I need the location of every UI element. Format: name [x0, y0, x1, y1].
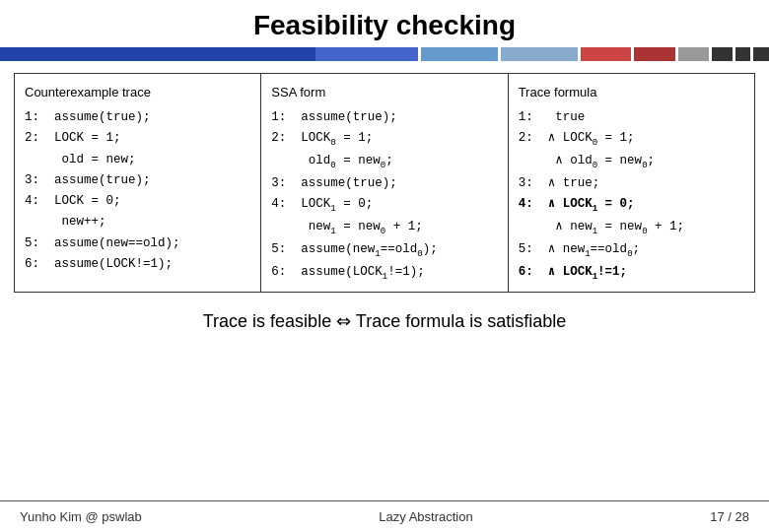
col1-line8: 6: assume(LOCK!=1);: [25, 254, 250, 275]
progress-bar: [0, 47, 769, 61]
pb-segments: [315, 47, 769, 61]
column-ssa: SSA form 1: assume(true); 2: LOCK0 = 1; …: [260, 73, 507, 293]
col3-line2: 2: ∧ LOCK0 = 1;: [519, 128, 744, 151]
col3-line4: 3: ∧ true;: [519, 173, 744, 194]
pb-seg-6: [678, 47, 709, 61]
col2-line7: 5: assume(new1==old0);: [271, 239, 497, 262]
col3-line8: 6: ∧ LOCK1!=1;: [519, 262, 744, 285]
pb-seg-4: [581, 47, 632, 61]
pb-seg-3: [501, 47, 578, 61]
col2-line3: old0 = new0;: [271, 151, 497, 173]
pb-seg-5: [634, 47, 675, 61]
feasibility-text: Trace is feasible ⇔ Trace formula is sat…: [0, 310, 769, 332]
footer-author: Yunho Kim @ pswlab: [20, 509, 142, 524]
col3-line3: ∧ old0 = new0;: [519, 151, 744, 173]
col3-line5: 4: ∧ LOCK1 = 0;: [519, 194, 744, 217]
col1-line2: 2: LOCK = 1;: [25, 128, 250, 149]
footer-page: 17 / 28: [710, 509, 749, 524]
col1-line4: 3: assume(true);: [25, 170, 250, 191]
col2-line8: 6: assume(LOCK1!=1);: [271, 262, 497, 285]
pb-seg-1: [315, 47, 418, 61]
col3-header: Trace formula: [519, 82, 744, 103]
page-title: Feasibility checking: [0, 0, 769, 47]
col2-line4: 3: assume(true);: [271, 173, 497, 194]
column-trace-formula: Trace formula 1: true 2: ∧ LOCK0 = 1; ∧ …: [508, 73, 755, 293]
col2-line5: 4: LOCK1 = 0;: [271, 194, 497, 217]
col3-line1: 1: true: [519, 107, 744, 128]
col1-line1: 1: assume(true);: [25, 107, 250, 128]
column-counterexample: Counterexample trace 1: assume(true); 2:…: [14, 73, 260, 293]
col1-header: Counterexample trace: [25, 82, 250, 103]
pb-blue-full: [0, 47, 315, 61]
col1-line3: old = new;: [25, 150, 250, 170]
pb-seg-9: [753, 47, 769, 61]
col1-line7: 5: assume(new==old);: [25, 233, 250, 254]
col2-line1: 1: assume(true);: [271, 107, 497, 128]
footer-center: Lazy Abstraction: [379, 509, 472, 524]
col2-line6: new1 = new0 + 1;: [271, 217, 497, 239]
col1-line5: 4: LOCK = 0;: [25, 191, 250, 212]
pb-seg-2: [421, 47, 498, 61]
pb-seg-7: [712, 47, 733, 61]
pb-seg-8: [735, 47, 751, 61]
col3-line7: 5: ∧ new1==old0;: [519, 239, 744, 262]
col2-line2: 2: LOCK0 = 1;: [271, 128, 497, 151]
col1-line6: new++;: [25, 212, 250, 233]
col3-line6: ∧ new1 = new0 + 1;: [519, 217, 744, 239]
footer: Yunho Kim @ pswlab Lazy Abstraction 17 /…: [0, 500, 769, 532]
columns-container: Counterexample trace 1: assume(true); 2:…: [0, 73, 769, 293]
col2-header: SSA form: [271, 82, 497, 103]
